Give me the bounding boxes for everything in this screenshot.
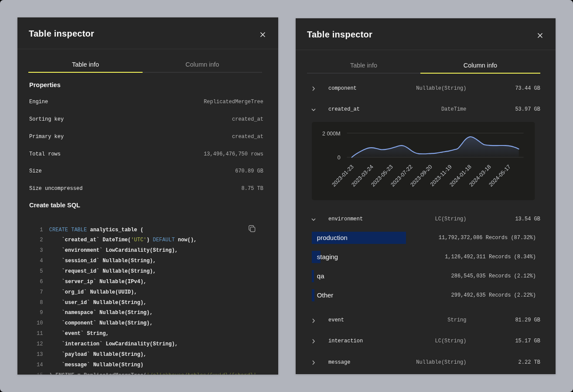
svg-text:2 000M: 2 000M [322,131,341,137]
svg-text:0: 0 [338,155,341,161]
